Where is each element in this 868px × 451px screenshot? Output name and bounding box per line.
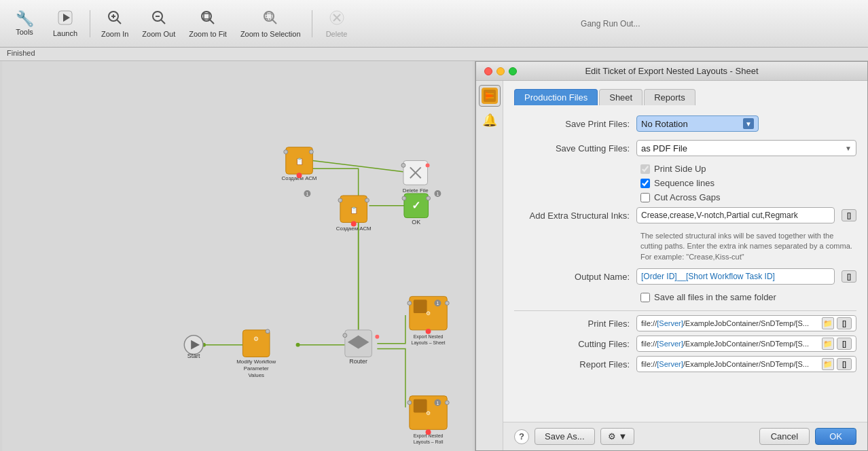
cancel-button[interactable]: Cancel — [759, 428, 810, 445]
svg-text:OK: OK — [412, 219, 420, 226]
svg-point-54 — [338, 198, 342, 202]
delete-button[interactable]: Delete — [318, 5, 356, 43]
tab-reports[interactable]: Reports — [644, 89, 695, 105]
structural-inks-row: Add Extra Structural Inks: Crease,crease… — [514, 206, 856, 224]
svg-text:⚙: ⚙ — [426, 410, 431, 416]
structural-inks-input[interactable]: Crease,crease,V-notch,Partial cut,Regmar… — [636, 207, 835, 223]
svg-point-68 — [445, 301, 449, 305]
svg-text:1: 1 — [436, 301, 439, 306]
save-print-files-label: Save Print Files: — [514, 119, 636, 129]
svg-line-10 — [210, 20, 214, 24]
svg-text:⚙: ⚙ — [426, 310, 431, 317]
save-cutting-files-select[interactable]: as PDF File ▼ — [636, 140, 856, 156]
svg-point-24 — [296, 343, 300, 347]
print-files-row: Print Files: file://[Server]/ExampleJobC… — [514, 315, 856, 331]
zoom-in-label: Zoom In — [101, 30, 128, 38]
cutting-files-label: Cutting Files: — [514, 339, 636, 349]
tab-sheet[interactable]: Sheet — [599, 89, 643, 105]
print-side-up-checkbox[interactable] — [640, 164, 650, 174]
report-files-label: Report Files: — [514, 359, 636, 369]
svg-point-61 — [427, 196, 431, 200]
zoom-in-button[interactable]: Zoom In — [96, 5, 134, 43]
save-print-files-control: No Rotation ▼ — [636, 115, 856, 132]
cutting-files-folder-button[interactable]: 📁 — [822, 338, 834, 350]
launch-label: Launch — [53, 29, 77, 37]
status-text: Finished — [7, 49, 35, 57]
zoom-to-fit-button[interactable]: Zoom to Fit — [183, 5, 232, 43]
help-button[interactable]: ? — [514, 429, 529, 444]
svg-rect-28 — [242, 330, 270, 357]
output-name-bracket-button[interactable]: [] — [842, 270, 856, 283]
tools-label: Tools — [16, 28, 33, 36]
print-files-bracket-button[interactable]: [] — [837, 317, 852, 329]
svg-rect-11 — [204, 14, 209, 19]
sidebar-app-icon[interactable] — [479, 85, 501, 107]
save-all-files-label: Save all files in the same folder — [654, 292, 776, 302]
sequence-lines-label: Sequence lines — [654, 178, 715, 188]
save-cutting-files-control: as PDF File ▼ — [636, 140, 856, 156]
zoom-out-button[interactable]: Zoom Out — [137, 5, 181, 43]
structural-inks-control: Crease,crease,V-notch,Partial cut,Regmar… — [636, 207, 856, 223]
save-cutting-files-value: as PDF File — [641, 143, 845, 154]
svg-point-38 — [375, 335, 379, 339]
output-name-row: Output Name: [Order ID]__[Short Workflow… — [514, 268, 856, 285]
report-files-bracket-button[interactable]: [] — [837, 358, 852, 370]
window-close-button[interactable] — [484, 67, 492, 75]
svg-point-69 — [426, 329, 431, 334]
svg-text:✓: ✓ — [412, 200, 420, 211]
svg-point-77 — [426, 429, 431, 435]
zoom-to-fit-icon — [200, 10, 216, 29]
report-files-folder-button[interactable]: 📁 — [822, 358, 834, 370]
toolbar-divider-2 — [312, 10, 312, 37]
svg-text:1: 1 — [306, 192, 309, 196]
toolbar-divider — [90, 10, 90, 37]
svg-line-13 — [272, 20, 276, 24]
tools-icon: 🔧 — [16, 12, 34, 26]
print-files-value: file://[Server]/ExampleJobContainer/SnDT… — [641, 319, 820, 327]
svg-point-9 — [202, 12, 211, 21]
save-print-files-arrow: ▼ — [743, 118, 754, 129]
app-window: 🔧 Tools Launch Zoom In Zoom Out — [0, 0, 868, 451]
svg-point-49 — [401, 163, 405, 167]
svg-rect-18 — [2, 61, 473, 451]
output-name-label: Output Name: — [514, 272, 636, 282]
tabs: Production Files Sheet Reports — [514, 89, 856, 105]
cut-across-gaps-label: Cut Across Gaps — [654, 192, 721, 202]
bell-icon[interactable]: 🔔 — [479, 109, 501, 131]
structural-inks-bracket-button[interactable]: [] — [842, 209, 856, 221]
dialog-panel: Edit Ticket of Export Nested Layouts - S… — [475, 61, 868, 451]
gear-settings-button[interactable]: ⚙ ▼ — [600, 428, 635, 445]
cutting-files-bracket-button[interactable]: [] — [837, 338, 852, 350]
cut-across-gaps-row: Cut Across Gaps — [640, 192, 856, 202]
save-all-files-checkbox[interactable] — [640, 293, 650, 302]
svg-text:Layouts – Sheet: Layouts – Sheet — [412, 340, 446, 346]
launch-button[interactable]: Launch — [46, 5, 84, 43]
print-files-folder-button[interactable]: 📁 — [822, 317, 834, 329]
cutting-files-path[interactable]: file://[Server]/ExampleJobContainer/SnDT… — [636, 336, 856, 352]
report-files-path[interactable]: file://[Server]/ExampleJobContainer/SnDT… — [636, 356, 856, 372]
tab-production-files[interactable]: Production Files — [514, 89, 598, 105]
sequence-lines-checkbox[interactable] — [640, 179, 650, 188]
save-as-button[interactable]: Save As... — [535, 428, 595, 445]
dialog-main: Production Files Sheet Reports Save Prin… — [503, 81, 867, 422]
window-maximize-button[interactable] — [509, 67, 517, 75]
output-name-input[interactable]: [Order ID]__[Short Workflow Task ID] — [636, 268, 835, 285]
ok-button[interactable]: OK — [815, 428, 856, 445]
zoom-to-selection-button[interactable]: Zoom to Selection — [235, 5, 306, 43]
svg-text:Modify Workflow: Modify Workflow — [236, 359, 276, 365]
svg-point-44 — [297, 173, 302, 178]
save-print-files-select[interactable]: No Rotation ▼ — [636, 115, 759, 132]
app-title: Gang Run Out... — [359, 19, 863, 29]
svg-text:Export Nested: Export Nested — [414, 334, 444, 340]
svg-point-56 — [351, 221, 357, 227]
zoom-to-selection-icon — [262, 10, 278, 29]
tools-button[interactable]: 🔧 Tools — [5, 5, 43, 43]
cut-across-gaps-checkbox[interactable] — [640, 193, 650, 202]
print-files-path[interactable]: file://[Server]/ExampleJobContainer/SnDT… — [636, 315, 856, 331]
svg-point-33 — [266, 329, 270, 333]
window-minimize-button[interactable] — [496, 67, 505, 75]
svg-rect-71 — [414, 399, 427, 413]
save-cutting-files-label: Save Cutting Files: — [514, 143, 636, 154]
svg-text:Router: Router — [349, 358, 367, 365]
workflow-canvas: Start ⚙ Modify Workflow Parameter Values… — [0, 61, 475, 451]
